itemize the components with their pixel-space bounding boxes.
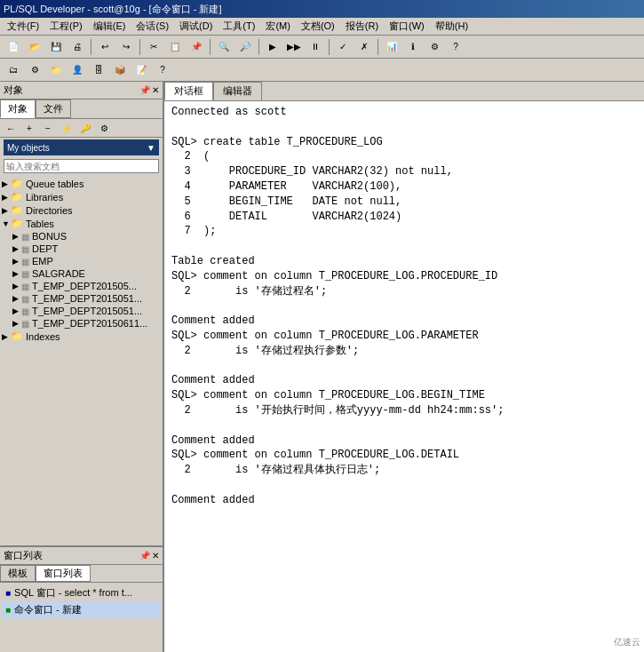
sep-1	[91, 39, 91, 55]
tree-salgrade[interactable]: ▶ ▦ SALGRADE	[2, 267, 161, 280]
tb-help[interactable]: ?	[446, 38, 465, 56]
tree-temp2[interactable]: ▶ ▦ T_EMP_DEPT2015051...	[2, 292, 161, 305]
menu-window[interactable]: 窗口(W)	[384, 18, 430, 35]
tb-new[interactable]: 📄	[4, 38, 23, 56]
tb2-help[interactable]: ?	[153, 61, 172, 79]
tree-tables[interactable]: ▼ 📁 Tables	[2, 217, 161, 230]
tb-print[interactable]: 🖨	[68, 38, 87, 56]
tb-find2[interactable]: 🔎	[235, 38, 255, 56]
tb-plan[interactable]: 📊	[382, 38, 402, 56]
menu-debug[interactable]: 调试(D)	[174, 18, 218, 35]
tb2-obj-browser[interactable]: 🗂	[4, 61, 23, 79]
window-tabs: 模板 窗口列表	[0, 565, 163, 583]
sep-3	[210, 39, 211, 55]
tree-dept[interactable]: ▶ ▦ DEPT	[2, 243, 161, 255]
cmd-window-icon: ■	[5, 605, 11, 615]
tab-file[interactable]: 文件	[36, 99, 71, 118]
tb2-b7[interactable]: 📝	[131, 61, 151, 79]
tree-temp4[interactable]: ▶ ▦ T_EMP_DEPT20150611...	[2, 317, 161, 330]
toggle-t2: ▶	[12, 294, 21, 303]
menu-help[interactable]: 帮助(H)	[430, 18, 473, 35]
search-input[interactable]	[6, 162, 156, 171]
tab-window-list[interactable]: 窗口列表	[36, 565, 91, 582]
tab-dialog[interactable]: 对话框	[164, 82, 213, 100]
tree-queue-tables[interactable]: ▶ 📁 Queue tables	[2, 177, 161, 190]
toggle-emp: ▶	[12, 257, 21, 266]
menu-file[interactable]: 文件(F)	[2, 18, 44, 35]
menu-macro[interactable]: 宏(M)	[260, 18, 296, 35]
tb-open[interactable]: 📂	[25, 38, 44, 56]
window-panel-pin-icon[interactable]: 📌	[139, 551, 150, 561]
tree-temp3[interactable]: ▶ ▦ T_EMP_DEPT2015051...	[2, 305, 161, 317]
folder-indexes-icon: 📁	[11, 330, 23, 342]
right-panel: 对话框 编辑器 Connected as scott SQL> create t…	[164, 82, 644, 652]
tree-temp1[interactable]: ▶ ▦ T_EMP_DEPT201505...	[2, 280, 161, 292]
toggle-dept: ▶	[12, 244, 21, 253]
menu-edit[interactable]: 编辑(E)	[88, 18, 131, 35]
tb-undo[interactable]: ↩	[95, 38, 115, 56]
tb-paste[interactable]: 📌	[187, 38, 206, 56]
table-t3-icon: ▦	[21, 306, 29, 316]
sep-5	[329, 39, 330, 55]
sql-window-label: SQL 窗口 - select * from t...	[14, 586, 132, 600]
window-panel-icons: 📌 ✕	[139, 551, 159, 561]
tb2-b3[interactable]: 📁	[46, 61, 66, 79]
left-add-btn[interactable]: +	[20, 120, 38, 136]
table-dept-icon: ▦	[21, 244, 29, 254]
t3-label: T_EMP_DEPT2015051...	[32, 306, 142, 316]
table-bonus-icon: ▦	[21, 232, 29, 242]
tab-object[interactable]: 对象	[0, 99, 36, 118]
my-objects-dropdown[interactable]: My objects ▼	[4, 139, 159, 155]
left-lightning-btn[interactable]: ⚡	[58, 120, 76, 136]
tb-stop[interactable]: ⏸	[306, 38, 325, 56]
left-key-btn[interactable]: 🔑	[76, 120, 94, 136]
sql-output[interactable]: Connected as scott SQL> create table T_P…	[164, 101, 644, 652]
tb-exec[interactable]: ▶	[263, 38, 282, 56]
cmd-window-label: 命令窗口 - 新建	[14, 603, 82, 616]
tb-more[interactable]: ⚙	[425, 38, 444, 56]
table-t1-icon: ▦	[21, 282, 29, 291]
window-panel-title: 窗口列表	[4, 549, 43, 562]
panel-pin-icon[interactable]: 📌	[139, 85, 150, 95]
tb-redo[interactable]: ↪	[116, 38, 136, 56]
dir-label: Directories	[26, 205, 73, 216]
tab-editor[interactable]: 编辑器	[213, 82, 262, 100]
menu-project[interactable]: 工程(P)	[44, 18, 88, 35]
left-gear-btn[interactable]: ⚙	[95, 120, 113, 136]
window-sql[interactable]: ■ SQL 窗口 - select * from t...	[2, 584, 161, 601]
tb-exec2[interactable]: ▶▶	[284, 38, 304, 56]
toggle-bonus: ▶	[12, 232, 21, 241]
tree-libraries[interactable]: ▶ 📁 Libraries	[2, 190, 161, 203]
tb2-b5[interactable]: 🗄	[89, 61, 108, 79]
tb-commit[interactable]: ✓	[333, 38, 353, 56]
tb-copy[interactable]: 📋	[165, 38, 185, 56]
tb2-settings[interactable]: ⚙	[25, 61, 44, 79]
tb2-b4[interactable]: 👤	[68, 61, 87, 79]
tb-rollback[interactable]: ✗	[354, 38, 374, 56]
emp-label: EMP	[32, 256, 53, 266]
window-panel-close-icon[interactable]: ✕	[152, 551, 159, 561]
toggle-lib: ▶	[2, 193, 11, 202]
object-tree: ▶ 📁 Queue tables ▶ 📁 Libraries ▶ 📁 Direc…	[0, 175, 163, 545]
menu-session[interactable]: 会话(S)	[131, 18, 174, 35]
tb-info[interactable]: ℹ	[403, 38, 423, 56]
tb-find[interactable]: 🔍	[214, 38, 234, 56]
menu-tools[interactable]: 工具(T)	[218, 18, 260, 35]
window-cmd[interactable]: ■ 命令窗口 - 新建	[2, 601, 161, 618]
tb-save[interactable]: 💾	[46, 38, 66, 56]
tree-emp[interactable]: ▶ ▦ EMP	[2, 255, 161, 267]
tb-cut[interactable]: ✂	[144, 38, 163, 56]
left-remove-btn[interactable]: −	[39, 120, 57, 136]
left-back-btn[interactable]: ←	[2, 120, 20, 136]
tree-indexes[interactable]: ▶ 📁 Indexes	[2, 330, 161, 343]
window-panel-header: 窗口列表 📌 ✕	[0, 547, 163, 565]
panel-close-icon[interactable]: ✕	[152, 85, 159, 95]
menu-report[interactable]: 报告(R)	[340, 18, 384, 35]
tb2-b6[interactable]: 📦	[110, 61, 130, 79]
tab-template[interactable]: 模板	[0, 565, 36, 582]
toggle-dir: ▶	[2, 206, 11, 215]
tree-bonus[interactable]: ▶ ▦ BONUS	[2, 230, 161, 243]
object-tabs: 对象 文件	[0, 99, 163, 119]
tree-directories[interactable]: ▶ 📁 Directories	[2, 203, 161, 217]
menu-doc[interactable]: 文档(O)	[296, 18, 340, 35]
